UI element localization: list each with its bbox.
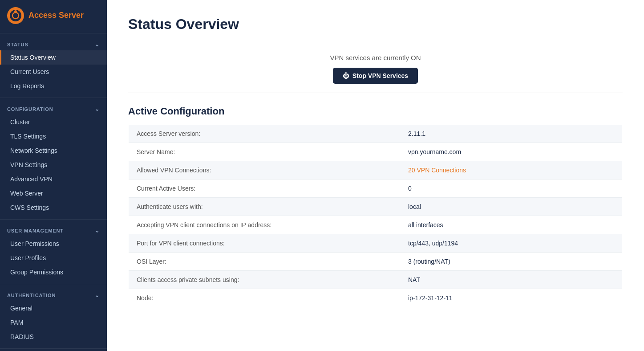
config-label: OSI Layer: bbox=[129, 253, 401, 271]
app-logo-icon bbox=[7, 7, 24, 24]
sidebar: Access Server STATUS ⌄ Status Overview C… bbox=[0, 0, 107, 351]
config-value: NAT bbox=[400, 271, 623, 289]
config-label: Access Server version: bbox=[129, 125, 401, 143]
config-value: 2.11.1 bbox=[400, 125, 623, 143]
sidebar-item-cws-settings[interactable]: CWS Settings bbox=[0, 200, 107, 215]
config-value: all interfaces bbox=[400, 216, 623, 234]
config-label: Node: bbox=[129, 289, 401, 307]
table-row: Clients access private subnets using:NAT bbox=[129, 271, 623, 289]
app-name: Access Server bbox=[28, 11, 84, 20]
stop-vpn-button[interactable]: ⏻ Stop VPN Services bbox=[333, 68, 418, 84]
table-row: Access Server version:2.11.1 bbox=[129, 125, 623, 143]
nav-section-user-management: USER MANAGEMENT ⌄ User Permissions User … bbox=[0, 220, 107, 284]
sidebar-item-tls-settings[interactable]: TLS Settings bbox=[0, 129, 107, 143]
config-label: Server Name: bbox=[129, 143, 401, 161]
logo-area: Access Server bbox=[0, 0, 107, 33]
config-table: Access Server version:2.11.1Server Name:… bbox=[128, 124, 623, 307]
config-label: Current Active Users: bbox=[129, 180, 401, 198]
sidebar-item-group-permissions[interactable]: Group Permissions bbox=[0, 265, 107, 279]
nav-section-status: STATUS ⌄ Status Overview Current Users L… bbox=[0, 33, 107, 98]
table-row: Node:ip-172-31-12-11 bbox=[129, 289, 623, 307]
sidebar-item-vpn-settings[interactable]: VPN Settings bbox=[0, 158, 107, 172]
power-icon: ⏻ bbox=[343, 72, 349, 79]
config-label: Authenticate users with: bbox=[129, 198, 401, 216]
table-row: Server Name:vpn.yourname.com bbox=[129, 143, 623, 161]
active-config-title: Active Configuration bbox=[128, 106, 623, 117]
config-value: vpn.yourname.com bbox=[400, 143, 623, 161]
sidebar-item-advanced-vpn[interactable]: Advanced VPN bbox=[0, 172, 107, 186]
table-row: Port for VPN client connections:tcp/443,… bbox=[129, 234, 623, 253]
sidebar-item-user-permissions[interactable]: User Permissions bbox=[0, 237, 107, 251]
chevron-down-icon: ⌄ bbox=[95, 106, 100, 112]
sidebar-item-current-users[interactable]: Current Users bbox=[0, 65, 107, 79]
chevron-down-icon: ⌄ bbox=[95, 228, 100, 234]
nav-section-authentication-header: AUTHENTICATION ⌄ bbox=[0, 289, 107, 301]
config-value: 20 VPN Connections bbox=[400, 161, 623, 180]
sidebar-item-general[interactable]: General bbox=[0, 301, 107, 315]
config-value: 3 (routing/NAT) bbox=[400, 253, 623, 271]
main-content: Status Overview VPN services are current… bbox=[107, 0, 644, 351]
chevron-down-icon: ⌄ bbox=[95, 41, 100, 48]
table-row: Allowed VPN Connections:20 VPN Connectio… bbox=[129, 161, 623, 180]
config-value: ip-172-31-12-11 bbox=[400, 289, 623, 307]
table-row: OSI Layer:3 (routing/NAT) bbox=[129, 253, 623, 271]
vpn-status-text: VPN services are currently ON bbox=[137, 54, 614, 61]
config-label: Clients access private subnets using: bbox=[129, 271, 401, 289]
config-value: tcp/443, udp/1194 bbox=[400, 234, 623, 253]
nav-section-status-header: STATUS ⌄ bbox=[0, 38, 107, 50]
nav-section-configuration-header: CONFIGURATION ⌄ bbox=[0, 102, 107, 115]
nav-section-authentication: AUTHENTICATION ⌄ General PAM RADIUS bbox=[0, 284, 107, 349]
nav-section-user-management-header: USER MANAGEMENT ⌄ bbox=[0, 224, 107, 237]
table-row: Current Active Users:0 bbox=[129, 180, 623, 198]
table-row: Accepting VPN client connections on IP a… bbox=[129, 216, 623, 234]
page-title: Status Overview bbox=[128, 16, 623, 33]
vpn-status-bar: VPN services are currently ON ⏻ Stop VPN… bbox=[128, 45, 623, 93]
sidebar-item-radius[interactable]: RADIUS bbox=[0, 330, 107, 344]
sidebar-item-log-reports[interactable]: Log Reports bbox=[0, 79, 107, 93]
sidebar-item-cluster[interactable]: Cluster bbox=[0, 115, 107, 129]
sidebar-item-status-overview[interactable]: Status Overview bbox=[0, 50, 107, 65]
sidebar-item-web-server[interactable]: Web Server bbox=[0, 186, 107, 200]
config-label: Accepting VPN client connections on IP a… bbox=[129, 216, 401, 234]
config-value: local bbox=[400, 198, 623, 216]
config-value: 0 bbox=[400, 180, 623, 198]
sidebar-item-network-settings[interactable]: Network Settings bbox=[0, 143, 107, 158]
sidebar-item-pam[interactable]: PAM bbox=[0, 315, 107, 330]
config-label: Port for VPN client connections: bbox=[129, 234, 401, 253]
config-label: Allowed VPN Connections: bbox=[129, 161, 401, 180]
svg-point-3 bbox=[14, 10, 17, 13]
sidebar-item-user-profiles[interactable]: User Profiles bbox=[0, 251, 107, 265]
table-row: Authenticate users with:local bbox=[129, 198, 623, 216]
chevron-down-icon: ⌄ bbox=[95, 292, 100, 298]
nav-section-configuration: CONFIGURATION ⌄ Cluster TLS Settings Net… bbox=[0, 98, 107, 220]
